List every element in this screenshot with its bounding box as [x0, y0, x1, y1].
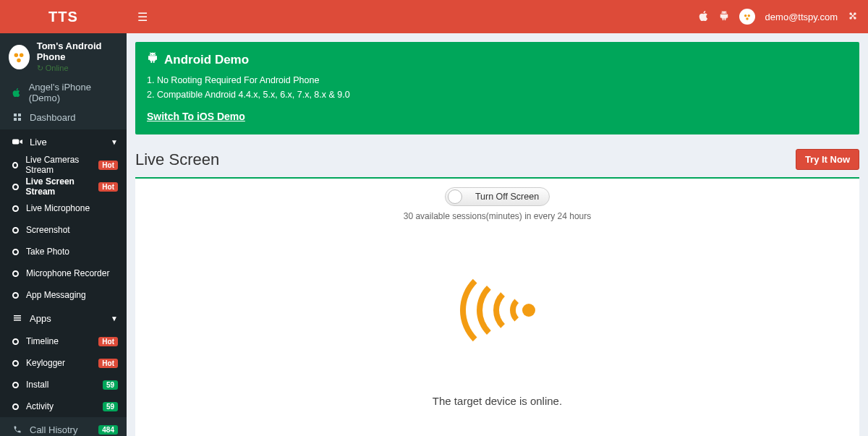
sidebar-item-label: Activity — [26, 401, 54, 411]
count-badge: 59 — [103, 402, 118, 411]
circle-icon — [12, 249, 19, 255]
count-badge: 484 — [98, 425, 118, 435]
sidebar-item-label: Take Photo — [26, 247, 69, 257]
circle-icon — [12, 184, 19, 190]
circle-icon — [12, 360, 19, 367]
top-bar: TTS ☰ demo@ttspy.com — [0, 0, 868, 33]
sessions-note: 30 available sessions(minutes) in every … — [135, 211, 859, 221]
toggle-knob-icon — [448, 189, 462, 204]
switch-demo-link[interactable]: Switch To iOS Demo — [147, 111, 245, 122]
svg-rect-16 — [14, 317, 21, 319]
circle-icon — [12, 403, 19, 410]
sidebar-item-label: Install — [26, 380, 48, 390]
circle-icon — [12, 382, 19, 388]
sidebar-item-activity[interactable]: Activity 59 — [0, 396, 127, 417]
sidebar-item-label: Live — [30, 137, 47, 148]
device-status-message: The target device is online. — [135, 395, 859, 407]
svg-rect-12 — [14, 118, 17, 121]
sidebar-item-mic-recorder[interactable]: Microphone Recorder — [0, 262, 127, 284]
sidebar-item-label: Live Cameras Stream — [25, 155, 98, 175]
circle-icon — [12, 270, 19, 277]
main-content: Android Demo 1. No Rooting Required For … — [127, 33, 868, 436]
svg-rect-10 — [14, 114, 17, 116]
sidebar-item-call-history[interactable]: Call Hisotry 484 — [0, 417, 127, 436]
user-avatar-icon[interactable] — [739, 9, 755, 25]
sidebar-item-live-screen[interactable]: Live Screen Stream Hot — [0, 176, 127, 197]
svg-rect-17 — [14, 320, 21, 321]
sidebar-toggle[interactable]: ☰ — [127, 10, 158, 24]
sidebar-item-live-cameras[interactable]: Live Cameras Stream Hot — [0, 154, 127, 176]
hot-badge: Hot — [98, 161, 118, 170]
apps-icon — [11, 314, 24, 322]
user-email[interactable]: demo@ttspy.com — [765, 12, 838, 22]
svg-rect-15 — [14, 315, 21, 317]
sidebar-toggle-apps[interactable]: Apps ▼ — [0, 306, 127, 330]
sidebar-item-screenshot[interactable]: Screenshot — [0, 219, 127, 241]
hot-badge: Hot — [98, 337, 118, 346]
phone-icon — [11, 425, 24, 434]
screen-toggle[interactable]: Turn Off Screen — [445, 187, 550, 206]
svg-point-7 — [14, 53, 18, 57]
sidebar-item-label: Apps — [30, 313, 51, 324]
toggle-label: Turn Off Screen — [475, 192, 539, 202]
signal-icon — [454, 265, 541, 351]
live-screen-panel: Turn Off Screen 30 available sessions(mi… — [135, 179, 859, 436]
sidebar-section-apps: Apps ▼ Timeline Hot Keylogger Hot Instal… — [0, 306, 127, 417]
sidebar-switch-device[interactable]: Angel's iPhone (Demo) — [0, 80, 127, 105]
hot-badge: Hot — [98, 182, 118, 192]
page-title: Live Screen — [135, 150, 219, 169]
sidebar-item-timeline[interactable]: Timeline Hot — [0, 330, 127, 352]
svg-point-9 — [17, 58, 22, 62]
apple-icon — [11, 88, 23, 97]
dashboard-icon — [11, 113, 24, 121]
chevron-down-icon: ▼ — [111, 138, 118, 146]
sidebar-device-header[interactable]: Tom's Android Phone Online — [0, 33, 127, 80]
svg-rect-11 — [18, 114, 21, 116]
apple-icon[interactable] — [699, 11, 709, 23]
android-icon[interactable] — [719, 11, 729, 23]
circle-icon — [12, 227, 19, 234]
sidebar-item-label: Dashboard — [30, 112, 76, 123]
sidebar-item-install[interactable]: Install 59 — [0, 374, 127, 396]
try-it-now-button[interactable]: Try It Now — [796, 149, 859, 170]
device-status: Online — [37, 64, 118, 73]
banner-line: 2. Compatible Android 4.4.x, 5.x, 6.x, 7… — [147, 87, 848, 102]
circle-icon — [12, 338, 19, 345]
device-name: Tom's Android Phone — [37, 40, 118, 62]
android-icon — [147, 52, 158, 67]
sidebar-item-label: Microphone Recorder — [26, 268, 109, 278]
count-badge: 59 — [103, 380, 118, 390]
banner-line: 1. No Rooting Required For Android Phone — [147, 73, 848, 87]
sidebar-item-dashboard[interactable]: Dashboard — [0, 105, 127, 129]
svg-point-1 — [747, 14, 750, 17]
device-avatar-icon — [9, 45, 30, 69]
svg-point-0 — [744, 14, 747, 17]
sidebar-item-live-mic[interactable]: Live Microphone — [0, 197, 127, 219]
settings-icon[interactable] — [848, 11, 858, 23]
sidebar-item-app-messaging[interactable]: App Messaging — [0, 284, 127, 306]
sidebar-item-label: App Messaging — [26, 290, 86, 300]
chevron-down-icon: ▼ — [111, 315, 118, 322]
sidebar-item-label: Screenshot — [26, 225, 70, 235]
brand-logo[interactable]: TTS — [0, 9, 127, 25]
sidebar-item-label: Timeline — [26, 336, 59, 346]
sidebar-toggle-live[interactable]: Live ▼ — [0, 129, 127, 154]
sidebar-item-label: Live Microphone — [26, 203, 90, 213]
sidebar-item-take-photo[interactable]: Take Photo — [0, 241, 127, 262]
demo-banner: Android Demo 1. No Rooting Required For … — [135, 42, 859, 134]
banner-title: Android Demo — [164, 53, 249, 67]
circle-icon — [12, 292, 19, 299]
svg-point-2 — [746, 17, 749, 20]
sidebar-item-keylogger[interactable]: Keylogger Hot — [0, 352, 127, 374]
camera-icon — [11, 137, 24, 146]
sidebar-item-label: Live Screen Stream — [26, 176, 99, 197]
svg-rect-14 — [12, 140, 19, 145]
sidebar-item-label: Call Hisotry — [30, 424, 77, 435]
circle-icon — [12, 205, 19, 212]
hot-badge: Hot — [98, 359, 118, 368]
sidebar: Tom's Android Phone Online Angel's iPhon… — [0, 33, 127, 436]
sidebar-section-live: Live ▼ Live Cameras Stream Hot Live Scre… — [0, 129, 127, 306]
svg-rect-13 — [18, 118, 21, 121]
circle-icon — [12, 162, 18, 168]
sidebar-item-label: Keylogger — [26, 358, 65, 368]
